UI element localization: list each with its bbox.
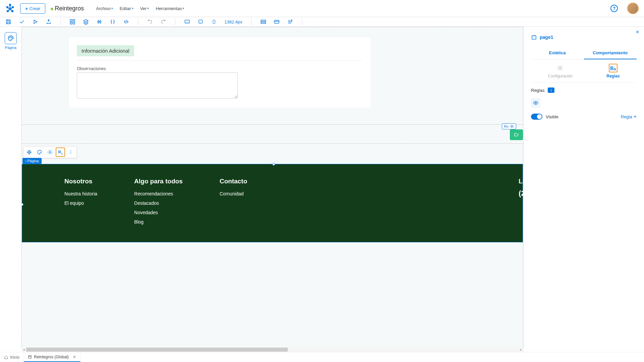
- rx-badge[interactable]: Rx: [502, 123, 516, 129]
- observations-label: Observaciones: [77, 66, 363, 71]
- footer-block[interactable]: Nosotros Nuestra historia El equipo Algo…: [22, 164, 523, 242]
- close-icon[interactable]: ✕: [636, 29, 639, 35]
- footer-link[interactable]: Comunidad: [220, 191, 247, 196]
- container-icon[interactable]: [274, 19, 280, 25]
- align-icon[interactable]: [287, 19, 293, 25]
- svg-point-4: [7, 7, 8, 8]
- undo-icon[interactable]: [147, 19, 153, 25]
- tablet-icon[interactable]: [198, 19, 204, 25]
- footer-link[interactable]: Novedades: [134, 210, 183, 215]
- svg-rect-13: [213, 20, 215, 24]
- bottom-tab-reintegros[interactable]: Reintegros (Global) ✕: [24, 352, 80, 362]
- submit-button[interactable]: Cr: [510, 129, 523, 140]
- svg-point-23: [70, 153, 71, 154]
- visible-toggle[interactable]: [531, 114, 542, 120]
- more-icon[interactable]: [66, 147, 75, 157]
- svg-point-26: [535, 102, 536, 104]
- footer-col3-title: Contacto: [220, 178, 247, 185]
- svg-point-10: [100, 21, 101, 23]
- components-icon[interactable]: [69, 19, 75, 25]
- svg-rect-14: [261, 20, 266, 24]
- svg-point-21: [70, 150, 71, 151]
- info-badge-icon[interactable]: i: [548, 87, 554, 93]
- footer-link[interactable]: Nuestra historia: [64, 191, 97, 196]
- svg-rect-5: [70, 19, 72, 21]
- code-icon[interactable]: [123, 19, 129, 25]
- svg-point-25: [559, 67, 561, 69]
- footer-link[interactable]: Recomendaciones: [134, 191, 183, 196]
- observations-textarea[interactable]: [77, 72, 238, 99]
- footer-link[interactable]: Destacados: [134, 200, 183, 206]
- svg-point-0: [9, 4, 11, 6]
- svg-point-3: [12, 7, 13, 8]
- variables-icon[interactable]: [96, 19, 102, 25]
- subtab-reglas[interactable]: Rₓ Reglas: [606, 64, 620, 78]
- document-title: Reintegros: [55, 5, 84, 12]
- help-icon[interactable]: ?: [610, 5, 618, 12]
- footer-phone: (22: [519, 189, 523, 198]
- footer-link[interactable]: El equipo: [64, 200, 97, 206]
- grid-toggle-icon[interactable]: [260, 19, 266, 25]
- panel-title: page1: [531, 34, 637, 40]
- menu-ver[interactable]: Ver▾: [140, 6, 149, 11]
- visible-label: Visible: [546, 114, 558, 119]
- create-button[interactable]: +Crear: [20, 3, 45, 14]
- svg-point-2: [12, 10, 13, 11]
- status-dot-icon: [51, 8, 53, 10]
- user-avatar[interactable]: [627, 3, 639, 14]
- rules-label: Reglas: [531, 88, 544, 93]
- footer-col2-title: Algo para todos: [134, 178, 183, 185]
- app-logo[interactable]: [5, 4, 15, 13]
- form-card: Información Adicional Observaciones: [69, 37, 371, 108]
- palette-label: Página: [5, 46, 16, 50]
- desktop-icon[interactable]: [184, 19, 190, 25]
- footer-call-label: Llá: [519, 178, 523, 185]
- play-icon[interactable]: [32, 19, 38, 25]
- braces-icon[interactable]: [110, 19, 116, 25]
- palette-small-icon[interactable]: [35, 147, 44, 157]
- menu-editar[interactable]: Editar▾: [120, 6, 133, 11]
- close-tab-icon[interactable]: ✕: [73, 355, 76, 359]
- svg-point-17: [10, 37, 11, 37]
- horizontal-scrollbar[interactable]: ◂ ▸: [21, 347, 523, 352]
- svg-point-20: [49, 152, 51, 153]
- rules-rx-icon[interactable]: Rx: [56, 147, 65, 157]
- check-icon[interactable]: [19, 19, 25, 25]
- footer-link[interactable]: Blog: [134, 219, 183, 225]
- element-toolbar: Rx: [23, 146, 77, 158]
- svg-rect-11: [185, 20, 189, 23]
- visibility-button[interactable]: [531, 98, 540, 108]
- mobile-icon[interactable]: [211, 19, 217, 25]
- menu-herramientas[interactable]: Herramientas▾: [156, 6, 184, 11]
- svg-point-9: [98, 21, 99, 23]
- move-icon[interactable]: [24, 147, 34, 157]
- menu-archivo[interactable]: Archivo▾: [96, 6, 113, 11]
- svg-rect-12: [199, 20, 203, 23]
- add-rule-button[interactable]: Regla+: [621, 114, 637, 120]
- svg-point-18: [12, 38, 12, 38]
- svg-rect-15: [274, 20, 279, 23]
- svg-point-19: [512, 126, 513, 127]
- footer-col1-title: Nosotros: [64, 178, 97, 185]
- svg-rect-8: [73, 22, 75, 24]
- palette-button[interactable]: [5, 32, 17, 44]
- export-icon[interactable]: [46, 19, 52, 25]
- save-icon[interactable]: [5, 19, 11, 25]
- layers-icon[interactable]: [83, 19, 89, 25]
- tab-comportamiento[interactable]: Comportamiento: [584, 47, 637, 59]
- section-title: Información Adicional: [77, 45, 134, 56]
- tab-estetica[interactable]: Estética: [531, 47, 584, 59]
- svg-rect-7: [70, 22, 72, 24]
- svg-rect-27: [29, 356, 31, 358]
- svg-point-16: [9, 38, 10, 38]
- subtab-configuracion[interactable]: Configuración: [548, 64, 573, 78]
- svg-point-22: [70, 152, 71, 153]
- gear-icon[interactable]: [45, 147, 55, 157]
- redo-icon[interactable]: [160, 19, 166, 25]
- svg-rect-24: [532, 36, 536, 40]
- svg-rect-6: [73, 19, 75, 21]
- bottom-tab-inicio[interactable]: Inicio: [0, 352, 24, 362]
- doc-title-area: Reintegros: [51, 5, 84, 12]
- breadcrumb-tag[interactable]: ‹ Página: [22, 158, 42, 164]
- viewport-width[interactable]: 1382.4px: [224, 19, 243, 24]
